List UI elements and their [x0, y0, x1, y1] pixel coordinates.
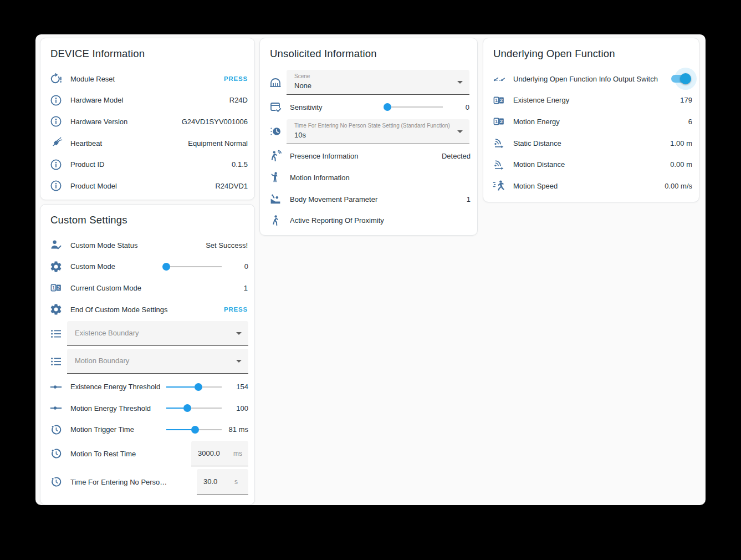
slider-thumb[interactable]: [191, 426, 199, 434]
no-person-time-setting-row: Time For Entering No Person State Settin…: [260, 119, 477, 144]
row-label: Current Custom Mode: [70, 284, 244, 292]
module-reset-press-button[interactable]: PRESS: [224, 75, 248, 82]
row-value: G24VD1SYV001006: [182, 118, 248, 126]
product-id-row: Product ID 0.1.5: [40, 154, 254, 175]
existence-boundary-select[interactable]: Existence Boundary: [67, 321, 248, 346]
existence-energy-threshold-slider[interactable]: [166, 383, 222, 391]
custom-mode-slider[interactable]: [166, 263, 222, 271]
chevron-down-icon: [457, 130, 463, 133]
existence-boundary-row: Existence Boundary: [40, 321, 254, 346]
motion-energy-threshold-row: Motion Energy Threshold 100: [40, 398, 254, 419]
hardware-model-row: Hardware Model R24D: [40, 90, 254, 111]
row-label: Static Distance: [513, 139, 670, 147]
end-custom-mode-press-button[interactable]: PRESS: [224, 306, 248, 313]
unsolicited-information-card: Unsolicited Information Scene None Sensi…: [259, 38, 478, 236]
custom-card-title: Custom Settings: [50, 213, 244, 227]
slider-thumb[interactable]: [195, 383, 202, 391]
select-label: Existence Boundary: [75, 330, 139, 337]
row-label: Active Reporting Of Proximity: [290, 216, 471, 225]
sensitivity-slider[interactable]: [387, 103, 443, 111]
motion-to-rest-time-input[interactable]: [198, 449, 227, 457]
slider-thumb[interactable]: [162, 263, 170, 271]
motion-distance-row: Motion Distance 0.00 m: [483, 154, 699, 175]
gear-icon: [49, 260, 63, 273]
body-movement-icon: [269, 192, 282, 206]
info-icon: [49, 179, 63, 192]
row-label: Body Movement Parameter: [290, 195, 467, 203]
plug-icon: [49, 136, 63, 150]
motion-speed-row: Motion Speed 0.00 m/s: [483, 175, 699, 197]
chevron-down-icon: [236, 360, 242, 363]
slider-thumb[interactable]: [183, 404, 191, 412]
custom-settings-card: Custom Settings Custom Mode Status Set S…: [40, 204, 255, 505]
row-label: Motion Distance: [513, 160, 670, 169]
row-label: Existence Energy Threshold: [70, 383, 166, 391]
motion-boundary-select[interactable]: Motion Boundary: [67, 349, 248, 374]
scene-select[interactable]: Scene None: [287, 70, 469, 95]
sensitivity-row: Sensitivity 0: [260, 96, 477, 118]
row-value: 0.1.5: [232, 160, 248, 169]
runner-icon: [492, 179, 505, 192]
info-output-switch[interactable]: [671, 73, 691, 84]
scene-arch-icon: [269, 76, 282, 89]
row-value: R24D: [229, 96, 248, 104]
row-value: 1: [467, 195, 471, 203]
switch-icon: [492, 72, 505, 85]
digits-icon: [49, 281, 63, 294]
device-card-title: DEVICE Information: [50, 47, 244, 60]
motion-information-row: Motion Information: [260, 167, 477, 189]
timer-icon: [49, 475, 63, 488]
row-label: Custom Mode Status: [70, 241, 206, 250]
hardware-version-row: Hardware Version G24VD1SYV001006: [40, 111, 254, 133]
timer-icon: [49, 423, 63, 436]
slider-track[interactable]: [387, 106, 443, 108]
motion-to-rest-time-row: Motion To Rest Time ms: [40, 441, 254, 466]
row-label: Motion Energy: [513, 118, 688, 126]
custom-mode-row: Custom Mode 0: [40, 256, 254, 278]
row-label: Motion Speed: [513, 182, 665, 190]
row-label: End Of Custom Mode Settings: [70, 306, 224, 314]
motion-energy-threshold-slider[interactable]: [166, 404, 222, 412]
product-model-row: Product Model R24DVD1: [40, 175, 254, 197]
no-person-time-input[interactable]: [203, 477, 228, 486]
row-label: Time For Entering No Perso…: [70, 478, 197, 486]
row-label: Motion Trigger Time: [70, 425, 166, 434]
heartbeat-row: Heartbeat Equipment Normal: [40, 133, 254, 154]
slider-track[interactable]: [166, 266, 222, 267]
person-check-icon: [49, 238, 63, 252]
list-icon: [49, 355, 63, 368]
row-value: 0.00 m: [670, 160, 692, 169]
row-label: Existence Energy: [513, 96, 680, 104]
row-value: 1: [244, 284, 248, 292]
select-label: Scene: [294, 73, 453, 80]
no-person-time-row: Time For Entering No Perso… s: [40, 469, 254, 495]
distance-signal-icon: [492, 136, 505, 150]
threshold-value: 81 ms: [224, 425, 248, 434]
motion-trigger-time-slider[interactable]: [166, 426, 222, 434]
motion-to-rest-time-field: ms: [191, 441, 248, 466]
scene-row: Scene None: [260, 70, 477, 95]
device-information-card: DEVICE Information Module Reset PRESS Ha…: [40, 38, 255, 200]
sensitivity-icon: [269, 100, 282, 114]
threshold-slider-icon: [49, 401, 63, 415]
active-reporting-row: Active Reporting Of Proximity: [260, 210, 477, 231]
info-icon: [49, 94, 63, 107]
info-icon: [49, 115, 63, 128]
unit-label: s: [234, 478, 238, 486]
row-value: 6: [688, 118, 692, 126]
distance-signal-icon: [492, 158, 505, 171]
motion-boundary-row: Motion Boundary: [40, 349, 254, 374]
custom-mode-value: 0: [224, 262, 248, 271]
static-distance-row: Static Distance 1.00 m: [483, 133, 699, 154]
slider-thumb[interactable]: [384, 103, 391, 111]
row-label: Motion Energy Threshold: [70, 404, 166, 413]
row-label: Hardware Version: [70, 118, 182, 126]
row-label: Product Model: [70, 182, 215, 190]
custom-mode-status-row: Custom Mode Status Set Success!: [40, 235, 254, 256]
select-label: Time For Entering No Person State Settin…: [294, 123, 453, 129]
row-value: 0.00 m/s: [665, 182, 692, 190]
no-person-time-select[interactable]: Time For Entering No Person State Settin…: [287, 119, 469, 144]
threshold-value: 154: [224, 383, 248, 391]
app-content-area: DEVICE Information Module Reset PRESS Ha…: [35, 34, 706, 505]
chevron-down-icon: [236, 332, 242, 335]
